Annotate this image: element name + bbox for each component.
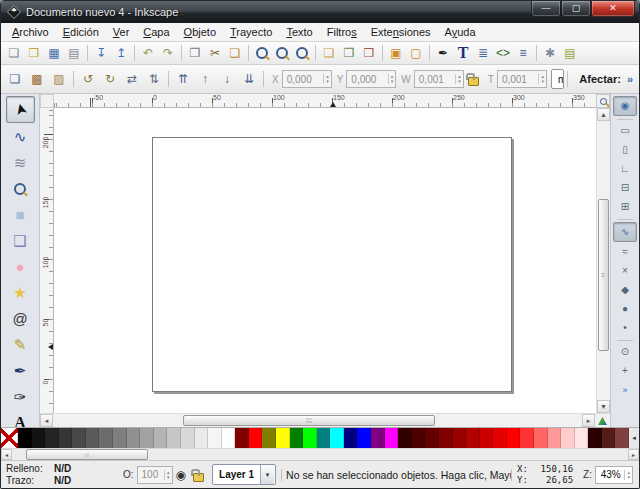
unlink-clone-icon[interactable]: ❒ <box>359 44 379 63</box>
cut-icon[interactable]: ✂ <box>205 44 225 63</box>
tool-pen[interactable]: ✒ <box>7 358 34 383</box>
select-all-layers-icon[interactable]: ▩ <box>26 68 48 90</box>
snap-midpoints-icon[interactable]: • <box>614 319 636 337</box>
swatch-#804040[interactable] <box>615 428 629 448</box>
swatch-#909090[interactable] <box>127 428 141 448</box>
swatch-#800000[interactable] <box>439 428 453 448</box>
maximize-button[interactable]: ▢ <box>561 1 591 17</box>
swatch-#008080[interactable] <box>317 428 331 448</box>
snap-enable-icon[interactable]: ◉ <box>613 96 637 116</box>
swatch-#4d0000[interactable] <box>412 428 426 448</box>
tool-selector[interactable]: ➤ <box>6 96 35 123</box>
palette-scroll-left-icon[interactable]: ◂ <box>1 449 12 460</box>
layer-lock-icon[interactable] <box>193 468 204 482</box>
preferences-icon[interactable]: ✱ <box>540 44 560 63</box>
menu-ayuda[interactable]: Ayuda <box>438 25 483 39</box>
canvas[interactable] <box>54 108 596 413</box>
swatch-#330000[interactable] <box>398 428 412 448</box>
vertical-scroll-track[interactable]: ≡ <box>597 121 610 400</box>
tool-spiral[interactable]: @ <box>7 306 34 331</box>
snap-object-centers-icon[interactable]: ⊙ <box>614 343 636 361</box>
tool-ellipse[interactable]: ● <box>7 254 34 279</box>
tool-zoom[interactable] <box>7 176 34 201</box>
palette-overflow-arrow[interactable]: ◂ <box>629 428 639 448</box>
horizontal-ruler[interactable]: -50050100150200250300350 <box>54 94 596 108</box>
swatch-#551a1a[interactable] <box>602 428 616 448</box>
menu-extensiones[interactable]: Extensiones <box>364 25 438 39</box>
swatch-#b30000[interactable] <box>466 428 480 448</box>
document-properties-icon[interactable]: ▤ <box>560 44 580 63</box>
vertical-scrollbar[interactable]: ▲ ≡ ▼ <box>596 108 610 413</box>
swatch-#800000[interactable] <box>235 428 249 448</box>
x-field[interactable]: 0,000 ▴▾ <box>282 70 332 88</box>
zoom-spinner[interactable]: ▴▾ <box>624 470 630 480</box>
swatch-#ff6666[interactable] <box>534 428 548 448</box>
layer-visibility-eye-icon[interactable]: ◉ <box>176 468 186 482</box>
swatch-#b4b4b4[interactable] <box>154 428 168 448</box>
scroll-left-icon[interactable]: ◂ <box>40 414 53 427</box>
swatch-#ff3333[interactable] <box>520 428 534 448</box>
horizontal-scroll-thumb[interactable]: ⁞⁞⁞ <box>183 415 435 426</box>
rotate-ccw-icon[interactable]: ↺ <box>77 68 99 90</box>
swatch-#a2a2a2[interactable] <box>140 428 154 448</box>
swatch-#eaeaea[interactable] <box>195 428 209 448</box>
align-dialog-icon[interactable]: ≡ <box>513 44 533 63</box>
menu-archivo[interactable]: Archivo <box>5 25 56 39</box>
lower-to-bottom-icon[interactable]: ⇊ <box>238 68 260 90</box>
zoom-drawing-icon[interactable] <box>272 44 292 63</box>
tool-3dbox[interactable]: ❑ <box>7 228 34 253</box>
copy-icon[interactable]: ❐ <box>185 44 205 63</box>
create-clone-icon[interactable]: ❐ <box>339 44 359 63</box>
tool-node-editor[interactable]: ∿ <box>7 124 34 149</box>
menu-filtros[interactable]: Filtros <box>320 25 364 39</box>
menu-ver[interactable]: Ver <box>106 25 137 39</box>
swatch-#f5f5f5[interactable] <box>208 428 222 448</box>
group-icon[interactable]: ▣ <box>386 44 406 63</box>
export-icon[interactable]: ↥ <box>111 44 131 63</box>
swatch-#ff0000[interactable] <box>507 428 521 448</box>
swatch-#ffff00[interactable] <box>276 428 290 448</box>
zoom-selection-icon[interactable] <box>252 44 272 63</box>
raise-icon[interactable]: ↑ <box>194 68 216 90</box>
snap-bbox-corners-icon[interactable]: ∟ <box>614 160 636 178</box>
close-button[interactable]: ✕ <box>591 1 635 17</box>
swatch-#808000[interactable] <box>262 428 276 448</box>
menu-trayecto[interactable]: Trayecto <box>223 25 279 39</box>
swatch-#484848[interactable] <box>72 428 86 448</box>
scroll-up-icon[interactable]: ▲ <box>597 108 610 121</box>
snap-bbox-edge-midpoints-icon[interactable]: ⊟ <box>614 179 636 197</box>
snap-path-intersections-icon[interactable]: × <box>614 262 636 280</box>
menu-capa[interactable]: Capa <box>136 25 176 39</box>
swatch-#d8d8d8[interactable] <box>181 428 195 448</box>
swatch-#363636[interactable] <box>59 428 73 448</box>
import-icon[interactable]: ↧ <box>91 44 111 63</box>
menu-edicion[interactable]: Edición <box>56 25 106 39</box>
zoom-corner-button[interactable] <box>596 94 610 108</box>
swatch-#ff0000[interactable] <box>249 428 263 448</box>
scroll-right-icon[interactable]: ▸ <box>582 414 595 427</box>
snap-bbox-icon[interactable]: ▭ <box>614 122 636 140</box>
y-field[interactable]: 0,000 ▴▾ <box>346 70 396 88</box>
layer-select[interactable]: Layer 1 ▾ <box>212 464 276 485</box>
x-spinner[interactable]: ▴▾ <box>323 74 329 84</box>
swatch-#000000[interactable] <box>18 428 32 448</box>
swatch-#00ffff[interactable] <box>330 428 344 448</box>
swatch-#cc0000[interactable] <box>480 428 494 448</box>
swatch-#800080[interactable] <box>371 428 385 448</box>
minimize-button[interactable]: — <box>531 1 561 17</box>
swatch-#0000ff[interactable] <box>357 428 371 448</box>
snap-paths-icon[interactable]: ≈ <box>614 243 636 261</box>
opacity-spinner[interactable]: ▴▾ <box>164 470 170 480</box>
horizontal-scroll-track[interactable]: ⁞⁞⁞ <box>53 414 582 427</box>
swatch-#5a5a5a[interactable] <box>86 428 100 448</box>
palette-scroll-right-icon[interactable]: ▸ <box>628 449 639 460</box>
flip-horizontal-icon[interactable]: ⇄ <box>121 68 143 90</box>
undo-icon[interactable]: ↶ <box>138 44 158 63</box>
fill-stroke-indicator[interactable]: Relleno: N/D Trazo: N/D <box>1 463 114 487</box>
swatch-#ffe6e6[interactable] <box>575 428 589 448</box>
save-document-icon[interactable]: ▦ <box>44 44 64 63</box>
snap-cusp-nodes-icon[interactable]: ◆ <box>614 281 636 299</box>
vertical-scroll-thumb[interactable]: ≡ <box>598 199 609 351</box>
zoom-page-icon[interactable] <box>292 44 312 63</box>
swatch-#7e7e7e[interactable] <box>113 428 127 448</box>
